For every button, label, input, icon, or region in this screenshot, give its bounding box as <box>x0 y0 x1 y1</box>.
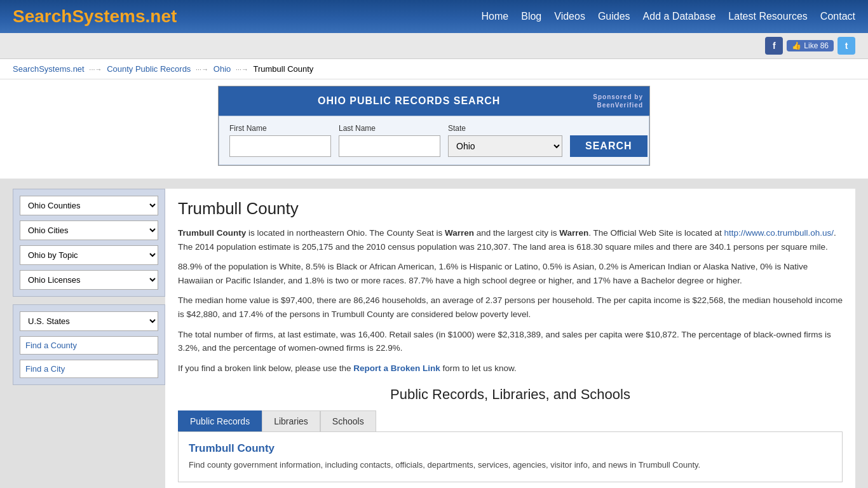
breadcrumb-ohio[interactable]: Ohio <box>214 64 231 74</box>
logo-text: SearchSystems <box>13 6 146 26</box>
desc-text-3: . The Official Web Site is located at <box>588 228 724 238</box>
state-select[interactable]: Ohio <box>448 135 562 157</box>
first-name-input[interactable] <box>229 135 331 157</box>
county-title: Trumbull County <box>178 199 843 219</box>
first-name-field: First Name <box>229 124 331 157</box>
nav-videos[interactable]: Videos <box>554 11 585 22</box>
desc-text-1: is located in northeastern Ohio. The Cou… <box>246 228 445 238</box>
county-website-link[interactable]: http://www.co.trumbull.oh.us/ <box>724 228 834 238</box>
search-header: OHIO PUBLIC RECORDS SEARCH Sponsored by … <box>219 86 649 116</box>
county-name-bold: Trumbull County <box>178 228 246 238</box>
last-name-field: Last Name <box>339 124 440 157</box>
nav-home[interactable]: Home <box>482 11 509 22</box>
logo-ext: .net <box>146 6 177 26</box>
search-box: OHIO PUBLIC RECORDS SEARCH Sponsored by … <box>218 86 650 166</box>
content-area: Ohio Counties Ohio Cities Ohio by Topic … <box>0 179 868 488</box>
tabs-container: Public Records Libraries Schools <box>178 410 843 431</box>
county-desc-2: 88.9% of the population is White, 8.5% i… <box>178 260 843 287</box>
ohio-cities-dropdown[interactable]: Ohio Cities <box>20 220 158 240</box>
broken-link-notice: If you find a broken link below, please … <box>178 362 843 376</box>
sidebar-panel-us: U.S. States Find a County Find a City <box>13 304 165 385</box>
tab-county-desc: Find county government information, incl… <box>189 459 832 471</box>
breadcrumb-home[interactable]: SearchSystems.net <box>13 64 85 74</box>
twitter-icon[interactable]: t <box>837 37 855 55</box>
nav-add-database[interactable]: Add a Database <box>643 11 716 22</box>
like-count: Like 86 <box>804 41 829 50</box>
facebook-icon[interactable]: f <box>765 37 783 55</box>
broken-link-text-2: form to let us know. <box>440 363 517 373</box>
find-city-link[interactable]: Find a City <box>20 360 158 378</box>
header: SearchSystems.net Home Blog Videos Guide… <box>0 0 868 33</box>
sponsored-company: BeenVerified <box>593 101 643 109</box>
largest-city-bold: Warren <box>559 228 588 238</box>
main-container: Ohio Counties Ohio Cities Ohio by Topic … <box>0 179 868 488</box>
search-title: OHIO PUBLIC RECORDS SEARCH <box>225 95 593 107</box>
sponsored-by: Sponsored by <box>593 93 643 101</box>
social-bar: f 👍 Like 86 t <box>0 33 868 59</box>
report-broken-link[interactable]: Report a Broken Link <box>353 363 440 373</box>
broken-link-text-1: If you find a broken link below, please … <box>178 363 353 373</box>
breadcrumb-arrow-1: ···→ <box>89 65 102 73</box>
desc-text-2: and the largest city is <box>474 228 559 238</box>
state-field: State Ohio <box>448 124 562 157</box>
facebook-like-button[interactable]: 👍 Like 86 <box>787 40 834 51</box>
section-title: Public Records, Libraries, and Schools <box>178 386 843 403</box>
ohio-counties-dropdown[interactable]: Ohio Counties <box>20 196 158 215</box>
last-name-input[interactable] <box>339 135 440 157</box>
ohio-by-topic-dropdown[interactable]: Ohio by Topic <box>20 245 158 265</box>
sponsored-label: Sponsored by BeenVerified <box>593 93 643 109</box>
sidebar: Ohio Counties Ohio Cities Ohio by Topic … <box>13 189 165 385</box>
find-county-link[interactable]: Find a County <box>20 336 158 355</box>
tab-libraries[interactable]: Libraries <box>262 410 320 431</box>
sidebar-panel-ohio: Ohio Counties Ohio Cities Ohio by Topic … <box>13 189 165 297</box>
first-name-label: First Name <box>229 124 331 133</box>
main-nav: Home Blog Videos Guides Add a Database L… <box>482 11 855 22</box>
thumbs-up-icon: 👍 <box>792 41 801 50</box>
search-button[interactable]: SEARCH <box>570 135 648 157</box>
nav-blog[interactable]: Blog <box>521 11 541 22</box>
search-fields: First Name Last Name State Ohio SEARCH <box>219 116 649 165</box>
county-seat-bold: Warren <box>445 228 474 238</box>
breadcrumb-current: Trumbull County <box>253 64 313 74</box>
site-logo[interactable]: SearchSystems.net <box>13 6 177 27</box>
nav-latest-resources[interactable]: Latest Resources <box>728 11 808 22</box>
breadcrumb-arrow-3: ···→ <box>236 65 248 73</box>
last-name-label: Last Name <box>339 124 440 133</box>
ohio-licenses-dropdown[interactable]: Ohio Licenses <box>20 270 158 290</box>
tab-county-title: Trumbull County <box>189 442 832 455</box>
breadcrumb: SearchSystems.net ···→ County Public Rec… <box>0 59 868 79</box>
breadcrumb-county-records[interactable]: County Public Records <box>107 64 191 74</box>
tab-content: Trumbull County Find county government i… <box>178 431 843 482</box>
main-content: Trumbull County Trumbull County is locat… <box>165 189 855 488</box>
tab-public-records[interactable]: Public Records <box>178 410 262 431</box>
tab-schools[interactable]: Schools <box>320 410 376 431</box>
county-desc-1: Trumbull County is located in northeaste… <box>178 226 843 254</box>
breadcrumb-arrow-2: ···→ <box>196 65 208 73</box>
county-desc-3: The median home value is $97,400, there … <box>178 294 843 321</box>
state-label: State <box>448 124 562 133</box>
search-section: OHIO PUBLIC RECORDS SEARCH Sponsored by … <box>0 79 868 179</box>
nav-contact[interactable]: Contact <box>820 11 855 22</box>
us-states-dropdown[interactable]: U.S. States <box>20 311 158 331</box>
county-desc-4: The total number of firms, at last estim… <box>178 328 843 355</box>
nav-guides[interactable]: Guides <box>598 11 630 22</box>
